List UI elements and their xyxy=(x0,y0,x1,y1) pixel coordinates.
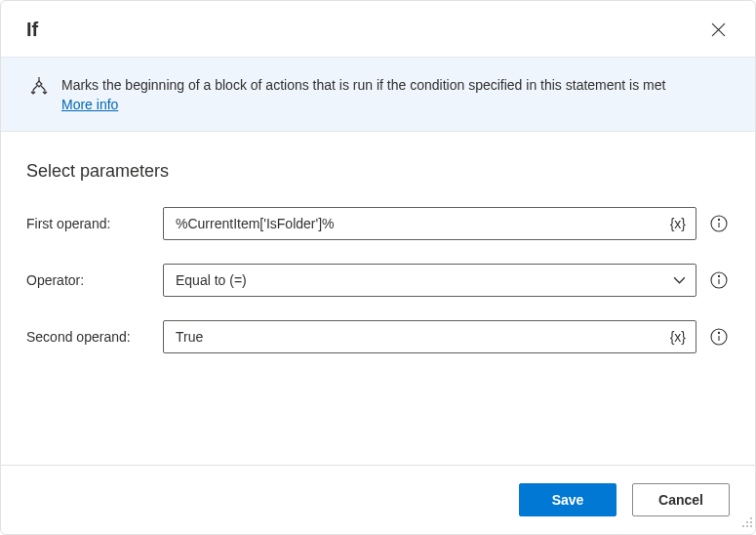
second-operand-input-wrap: {x} xyxy=(163,320,696,353)
operator-row: Operator: Equal to (=) xyxy=(26,264,730,297)
svg-point-13 xyxy=(718,275,719,276)
svg-point-17 xyxy=(750,517,752,519)
more-info-link[interactable]: More info xyxy=(61,97,118,112)
info-icon xyxy=(710,215,728,232)
first-operand-row: First operand: {x} xyxy=(26,207,730,240)
info-icon xyxy=(710,271,728,289)
first-operand-input[interactable] xyxy=(164,208,660,239)
svg-rect-3 xyxy=(36,81,42,87)
first-operand-info-button[interactable] xyxy=(708,213,730,234)
info-icon xyxy=(710,328,728,346)
banner-description: Marks the beginning of a block of action… xyxy=(61,77,665,93)
second-operand-label: Second operand: xyxy=(26,329,151,345)
svg-point-16 xyxy=(718,332,719,333)
svg-point-20 xyxy=(750,525,752,527)
operator-value: Equal to (=) xyxy=(164,265,663,296)
second-operand-info-button[interactable] xyxy=(708,326,730,348)
operator-label: Operator: xyxy=(26,272,151,288)
second-operand-input[interactable] xyxy=(164,321,660,352)
cancel-button[interactable]: Cancel xyxy=(632,483,730,516)
first-operand-label: First operand: xyxy=(26,216,151,231)
chevron-down-icon xyxy=(663,276,696,284)
dialog-footer: Save Cancel xyxy=(1,465,755,534)
dialog-header: If xyxy=(1,1,755,57)
svg-point-10 xyxy=(718,219,719,220)
banner-text: Marks the beginning of a block of action… xyxy=(61,75,665,115)
svg-point-22 xyxy=(742,525,744,527)
svg-point-18 xyxy=(750,521,752,523)
close-button[interactable] xyxy=(705,17,732,43)
operator-info-button[interactable] xyxy=(708,269,730,291)
content-area: Select parameters First operand: {x} Ope… xyxy=(1,132,755,465)
dialog-title: If xyxy=(26,19,38,41)
info-banner: Marks the beginning of a block of action… xyxy=(1,57,755,132)
first-operand-input-wrap: {x} xyxy=(163,207,696,240)
save-button[interactable]: Save xyxy=(519,483,617,516)
svg-line-5 xyxy=(41,86,45,90)
section-title: Select parameters xyxy=(26,161,730,182)
condition-branch-icon xyxy=(30,77,48,101)
operator-select[interactable]: Equal to (=) xyxy=(163,264,696,297)
second-operand-variable-button[interactable]: {x} xyxy=(660,321,696,352)
close-icon xyxy=(711,22,726,37)
svg-line-4 xyxy=(33,86,37,90)
svg-point-19 xyxy=(746,521,748,523)
resize-grip-icon[interactable] xyxy=(741,514,753,532)
second-operand-row: Second operand: {x} xyxy=(26,320,730,353)
svg-point-21 xyxy=(746,525,748,527)
first-operand-variable-button[interactable]: {x} xyxy=(660,208,696,239)
